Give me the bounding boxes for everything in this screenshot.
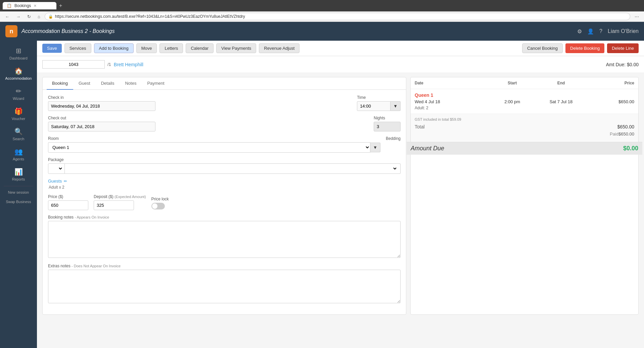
- left-panel: Booking Guest Details Notes Payment Chec…: [42, 77, 406, 315]
- sidebar-item-voucher[interactable]: 🎁 Voucher: [0, 104, 37, 124]
- room-select-wrapper: Queen 1 ▼: [48, 142, 380, 153]
- move-button[interactable]: Move: [136, 43, 157, 53]
- col-date: Date: [415, 81, 488, 85]
- services-button[interactable]: Services: [64, 43, 91, 53]
- guests-header: Guests ✏: [48, 179, 401, 184]
- time-select: ▼: [357, 101, 401, 111]
- cancel-booking-button[interactable]: Cancel Booking: [522, 43, 563, 53]
- user-icon[interactable]: 👤: [587, 28, 594, 35]
- toggle-knob: [152, 203, 157, 209]
- package-inputs: [48, 163, 401, 174]
- sidebar-item-accommodation[interactable]: 🏠 Accommodation: [0, 64, 37, 84]
- refresh-button[interactable]: ↻: [25, 13, 33, 20]
- toggle-track[interactable]: [151, 203, 165, 209]
- calendar-button[interactable]: Calendar: [186, 43, 214, 53]
- app-title: Accommodation Business 2 - Bookings: [21, 28, 115, 34]
- ssl-lock-icon: 🔒: [48, 14, 53, 19]
- room-details: Wed 4 Jul 18 2:00 pm Sat 7 Jul 18 $650.0…: [415, 99, 634, 104]
- time-input[interactable]: [357, 101, 390, 111]
- extensions-button[interactable]: ⋯: [632, 13, 641, 20]
- sidebar-item-dashboard[interactable]: ⊞ Dashboard: [0, 43, 37, 64]
- header-left: n Accommodation Business 2 - Bookings: [5, 25, 115, 37]
- app-title-section: Bookings: [93, 28, 115, 34]
- checkin-row: Check in Time ▼: [48, 95, 401, 111]
- tab-details[interactable]: Details: [96, 77, 120, 90]
- bedding-group: Bedding: [386, 136, 401, 141]
- body-content: Booking Guest Details Notes Payment Chec…: [37, 73, 644, 319]
- tab-booking[interactable]: Booking: [47, 77, 73, 90]
- checkout-label: Check out: [48, 116, 368, 120]
- toolbar-right: Cancel Booking Delete Booking Delete Lin…: [522, 43, 639, 53]
- package-group: Package: [48, 157, 401, 174]
- package-name-dropdown[interactable]: [67, 166, 398, 171]
- view-payments-button[interactable]: View Payments: [216, 43, 256, 53]
- deposit-group: Deposit ($) (Expected Amount): [94, 194, 146, 210]
- booking-notes-label: Booking notes - Appears On Invoice: [48, 215, 401, 220]
- home-button[interactable]: ⌂: [35, 13, 43, 20]
- sidebar-item-reports[interactable]: 📊 Reports: [0, 164, 37, 185]
- booking-id-input[interactable]: [42, 60, 105, 69]
- booking-notes-textarea[interactable]: [48, 221, 401, 258]
- summary-room-start: 2:00 pm: [488, 99, 537, 104]
- checkin-input[interactable]: [48, 101, 155, 111]
- sidebar-label-search: Search: [13, 137, 25, 141]
- sidebar-item-wizard[interactable]: ✏ Wizard: [0, 84, 37, 104]
- time-label: Time: [357, 95, 401, 100]
- col-price: Price: [586, 81, 634, 85]
- new-tab-button[interactable]: +: [59, 3, 62, 9]
- delete-booking-button[interactable]: Delete Booking: [565, 43, 604, 53]
- room-select[interactable]: Queen 1: [48, 142, 370, 153]
- sidebar-divider: [4, 186, 33, 186]
- tab-notes[interactable]: Notes: [120, 77, 142, 90]
- sidebar: ⊞ Dashboard 🏠 Accommodation ✏ Wizard 🎁 V…: [0, 41, 37, 348]
- tab-close-icon[interactable]: ✕: [34, 4, 37, 8]
- guests-edit-icon[interactable]: ✏: [64, 179, 67, 184]
- gst-note: GST included in total $59.09: [415, 117, 634, 121]
- sidebar-item-new-session[interactable]: New session: [0, 188, 37, 197]
- address-bar[interactable]: 🔒 https://secure.netbookings.com.au/test…: [45, 13, 630, 20]
- back-button[interactable]: ←: [3, 13, 12, 20]
- booking-pages: /1: [107, 62, 111, 67]
- sidebar-item-swap-business[interactable]: Swap Business: [0, 197, 37, 206]
- help-icon[interactable]: ?: [599, 28, 602, 34]
- tab-guest[interactable]: Guest: [73, 77, 96, 90]
- tab-payment[interactable]: Payment: [142, 77, 170, 90]
- package-name-select: [65, 163, 401, 174]
- forward-button[interactable]: →: [14, 13, 23, 20]
- booking-guest-name[interactable]: Brett Hemphill: [114, 62, 143, 67]
- booking-header: /1 Brett Hemphill Amt Due: $0.00: [37, 56, 644, 73]
- package-row: Package: [48, 157, 401, 174]
- app-title-company: Accommodation Business 2: [21, 28, 88, 34]
- letters-button[interactable]: Letters: [159, 43, 183, 53]
- checkout-input[interactable]: [48, 122, 155, 131]
- room-select-arrow-icon[interactable]: ▼: [370, 143, 380, 152]
- browser-tab[interactable]: 📋 Bookings ✕: [3, 2, 56, 9]
- wizard-icon: ✏: [16, 87, 21, 95]
- add-to-booking-button[interactable]: Add to Booking: [94, 43, 134, 53]
- price-input[interactable]: [48, 200, 88, 210]
- settings-icon[interactable]: ⚙: [577, 28, 582, 35]
- nights-input: [374, 122, 401, 131]
- deposit-input[interactable]: [94, 200, 134, 210]
- amt-due-value: $0.00: [623, 145, 638, 152]
- time-arrow-icon[interactable]: ▼: [390, 101, 401, 111]
- room-label: Room: [48, 136, 380, 141]
- extras-notes-sublabel: - Does Not Appear On Invoice: [72, 264, 121, 268]
- main-layout: ⊞ Dashboard 🏠 Accommodation ✏ Wizard 🎁 V…: [0, 41, 644, 348]
- sidebar-label-agents: Agents: [13, 157, 24, 161]
- price-lock-toggle[interactable]: [151, 203, 169, 209]
- room-group: Room Queen 1 ▼: [48, 136, 380, 153]
- sidebar-label-wizard: Wizard: [13, 96, 24, 101]
- extras-notes-label: Extras notes - Does Not Appear On Invoic…: [48, 264, 401, 268]
- delete-line-button[interactable]: Delete Line: [607, 43, 639, 53]
- checkin-label: Check in: [48, 95, 352, 100]
- extras-notes-textarea[interactable]: [48, 270, 401, 303]
- reports-icon: 📊: [14, 168, 23, 176]
- checkout-row: Check out Nights: [48, 116, 401, 131]
- summary-room-name: Queen 1: [415, 92, 634, 98]
- sidebar-item-agents[interactable]: 👥 Agents: [0, 144, 37, 164]
- revenue-adjust-button[interactable]: Revenue Adjust: [259, 43, 300, 53]
- sidebar-item-search[interactable]: 🔍 Search: [0, 124, 37, 144]
- save-button[interactable]: Save: [42, 44, 62, 53]
- package-num-dropdown[interactable]: [50, 166, 63, 171]
